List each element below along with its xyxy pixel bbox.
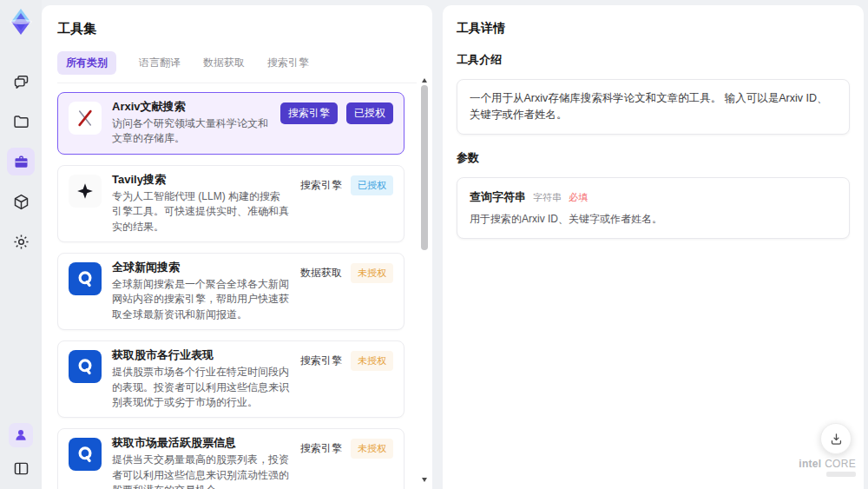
stock-q-logo-icon xyxy=(69,438,102,471)
tab-data-fetch[interactable]: 数据获取 xyxy=(203,56,245,70)
tool-intro-box: 一个用于从Arxiv存储库搜索科学论文和文章的工具。 输入可以是Arxiv ID… xyxy=(457,79,850,135)
intel-core-logo: intel CORE xyxy=(799,459,856,477)
tool-description: 提供当天交易量最高的股票列表，投资者可以利用这些信息来识别流动性强的股票和潜在的… xyxy=(112,453,290,489)
tab-language-translation[interactable]: 语言翻译 xyxy=(139,56,181,70)
category-label: 搜索引擎 xyxy=(300,351,342,371)
left-rail xyxy=(0,0,42,489)
parameter-description: 用于搜索的Arxiv ID、关键字或作者姓名。 xyxy=(470,212,837,227)
tool-description: 访问各个研究领域大量科学论文和文章的存储库。 xyxy=(112,116,270,147)
rail-nav xyxy=(7,68,35,255)
category-label: 搜索引擎 xyxy=(300,439,342,459)
list-scrollbar[interactable] xyxy=(421,78,429,482)
auth-status-badge: 未授权 xyxy=(351,439,393,459)
chat-icon[interactable] xyxy=(7,68,35,96)
auth-status-badge[interactable]: 已授权 xyxy=(346,102,393,124)
tab-all-categories[interactable]: 所有类别 xyxy=(57,51,116,75)
tool-card-arxiv[interactable]: Arxiv文献搜索 访问各个研究领域大量科学论文和文章的存储库。 搜索引擎 已授… xyxy=(57,92,404,155)
category-label: 数据获取 xyxy=(300,263,342,283)
tool-card-global-news[interactable]: 全球新闻搜索 全球新闻搜索是一个聚合全球各大新闻网站内容的搜索引擎，帮助用户快速… xyxy=(57,253,404,330)
download-button[interactable] xyxy=(820,423,852,454)
scrollbar-thumb[interactable] xyxy=(421,85,428,250)
tool-detail-panel: 工具详情 工具介绍 一个用于从Arxiv存储库搜索科学论文和文章的工具。 输入可… xyxy=(443,5,864,489)
auth-status-badge: 已授权 xyxy=(351,175,393,195)
category-chip[interactable]: 搜索引擎 xyxy=(280,102,338,124)
tab-search-engine[interactable]: 搜索引擎 xyxy=(267,56,309,70)
tool-card-most-active-stocks[interactable]: 获取市场最活跃股票信息 提供当天交易量最高的股票列表，投资者可以利用这些信息来识… xyxy=(57,428,404,489)
category-tabs: 所有类别 语言翻译 数据获取 搜索引擎 xyxy=(57,51,417,83)
panel-toggle-icon[interactable] xyxy=(7,454,35,482)
scrollbar-up-arrow-icon[interactable] xyxy=(422,78,427,83)
params-section-title: 参数 xyxy=(457,150,850,166)
scrollbar-down-arrow-icon[interactable] xyxy=(422,478,427,482)
page-title: 工具集 xyxy=(57,21,417,37)
tool-cards: Arxiv文献搜索 访问各个研究领域大量科学论文和文章的存储库。 搜索引擎 已授… xyxy=(57,92,417,489)
intel-sub-badge xyxy=(826,472,856,477)
tool-name: Tavily搜索 xyxy=(112,173,290,187)
tool-description: 专为人工智能代理 (LLM) 构建的搜索引擎工具。可快速提供实时、准确和真实的结… xyxy=(112,189,290,235)
cube-icon[interactable] xyxy=(7,188,35,215)
app-logo-icon[interactable] xyxy=(6,7,36,36)
tool-name: Arxiv文献搜索 xyxy=(112,100,270,114)
tool-name: 获取市场最活跃股票信息 xyxy=(112,436,290,450)
tool-card-tavily[interactable]: Tavily搜索 专为人工智能代理 (LLM) 构建的搜索引擎工具。可快速提供实… xyxy=(57,165,404,242)
rail-bottom xyxy=(7,423,35,482)
tool-description: 全球新闻搜索是一个聚合全球各大新闻网站内容的搜索引擎，帮助用户快速获取全球最新资… xyxy=(112,277,290,322)
user-icon[interactable] xyxy=(9,423,33,447)
core-logo-text: CORE xyxy=(825,458,856,470)
download-icon xyxy=(829,432,844,446)
news-q-logo-icon xyxy=(69,262,102,295)
arxiv-logo-icon xyxy=(69,102,102,135)
stock-q-logo-icon xyxy=(69,350,102,383)
parameter-required-flag: 必填 xyxy=(569,191,588,204)
parameter-name: 查询字符串 xyxy=(470,189,526,205)
settings-gear-icon[interactable] xyxy=(7,228,35,255)
auth-status-badge: 未授权 xyxy=(351,263,393,283)
folder-icon[interactable] xyxy=(7,108,35,135)
detail-title: 工具详情 xyxy=(457,21,850,36)
intro-section-title: 工具介绍 xyxy=(457,52,850,68)
tool-list-panel: 工具集 所有类别 语言翻译 数据获取 搜索引擎 Arxiv文献搜索 访问各个研究… xyxy=(42,5,432,489)
tavily-logo-icon xyxy=(69,175,102,208)
tool-name: 全球新闻搜索 xyxy=(112,261,290,274)
tool-name: 获取股市各行业表现 xyxy=(112,348,290,362)
toolbox-icon-active[interactable] xyxy=(7,148,35,175)
auth-status-badge: 未授权 xyxy=(351,351,393,371)
parameter-type: 字符串 xyxy=(533,191,562,204)
tool-description: 提供股票市场各个行业在特定时间段内的表现。投资者可以利用这些信息来识别表现优于或… xyxy=(112,365,290,410)
intel-logo-text: intel xyxy=(799,458,821,470)
parameter-box: 查询字符串 字符串 必填 用于搜索的Arxiv ID、关键字或作者姓名。 xyxy=(457,177,850,239)
category-label: 搜索引擎 xyxy=(300,175,342,195)
tool-card-sector-performance[interactable]: 获取股市各行业表现 提供股票市场各个行业在特定时间段内的表现。投资者可以利用这些… xyxy=(57,340,404,418)
